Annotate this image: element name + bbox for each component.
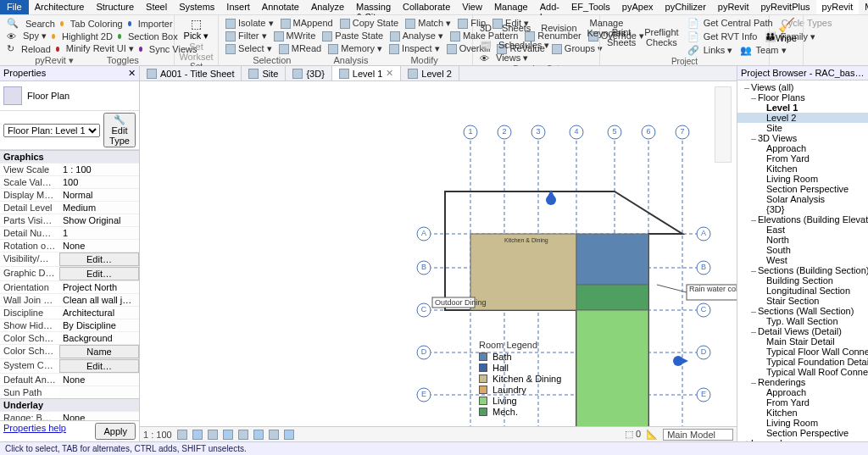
3d-btn[interactable]: 3D — [478, 22, 493, 34]
prop-row[interactable]: OrientationProject North — [0, 280, 139, 293]
sectionbox-btn[interactable]: Section Box — [126, 31, 180, 42]
workset-display[interactable]: Main Model — [663, 429, 733, 441]
group-underlay[interactable]: Underlay — [0, 398, 139, 411]
detail-icon[interactable] — [177, 430, 187, 440]
revision-btn[interactable]: Revision — [539, 22, 578, 34]
tree-node[interactable]: Typical Foundation Detail — [737, 357, 868, 367]
paste-state-btn[interactable]: Paste State — [320, 30, 385, 42]
match--btn[interactable]: Match ▾ — [403, 17, 453, 30]
preflight-btn[interactable]: Preflight Checks — [643, 26, 680, 48]
tree-node[interactable]: Solar Analysis — [737, 194, 868, 204]
menu-steel[interactable]: Steel — [140, 0, 173, 14]
props-help-link[interactable]: Properties help — [3, 423, 66, 440]
filter--btn[interactable]: Filter ▾ — [224, 30, 269, 42]
cropregion-icon[interactable] — [253, 430, 264, 440]
tree-node[interactable]: –Sections (Building Section) — [737, 265, 868, 275]
instance-select[interactable]: Floor Plan: Level 1 — [3, 124, 100, 137]
prop-row[interactable]: Sun Path — [0, 386, 139, 398]
tree-node[interactable]: Living Room — [737, 418, 868, 428]
prop-row[interactable]: Parts VisibilityShow Original — [0, 214, 139, 226]
tree-node[interactable]: Building Section — [737, 275, 868, 286]
tab-level-2[interactable]: Level 2 — [401, 66, 459, 80]
close-icon[interactable]: ✕ — [128, 68, 136, 79]
links-btn[interactable]: Links ▾ — [702, 44, 735, 56]
tree-node[interactable]: Level 1 — [737, 103, 868, 113]
tree-node[interactable]: –Views (all) — [737, 82, 868, 92]
sunpath-icon[interactable] — [208, 430, 218, 440]
importer-btn[interactable]: Importer — [136, 18, 175, 30]
prop-row[interactable]: Color Scheme LocationBackground — [0, 331, 139, 344]
menu-pyrevit[interactable]: pyRevit — [816, 0, 860, 14]
tree-node[interactable]: Section Perspective — [737, 184, 868, 194]
prop-row[interactable]: Scale Value 1:100 — [0, 175, 139, 188]
tree-node[interactable]: Section Perspective — [737, 428, 868, 438]
menu-modify[interactable]: Modify — [859, 0, 868, 14]
crop-icon[interactable] — [238, 430, 248, 440]
menu-insert[interactable]: Insert — [220, 0, 256, 14]
sheets-btn[interactable]: Sheets — [500, 22, 532, 34]
menu-pychilizer[interactable]: pyChilizer — [659, 0, 712, 14]
menu-annotate[interactable]: Annotate — [256, 0, 305, 14]
menu-manage[interactable]: Manage — [488, 0, 534, 14]
tab--3d-[interactable]: {3D} — [286, 66, 331, 80]
wipe-btn[interactable]: Wipe — [776, 33, 797, 43]
menu-view[interactable]: View — [456, 0, 488, 14]
prop-row[interactable]: Range: Base LevelNone — [0, 411, 139, 420]
prop-row[interactable]: Display ModelNormal — [0, 188, 139, 201]
tab-level-1[interactable]: Level 1✕ — [332, 66, 401, 80]
menu-add-ins[interactable]: Add-Ins — [534, 0, 565, 14]
close-tab-icon[interactable]: ✕ — [386, 68, 393, 79]
tree-node[interactable]: –Elevations (Building Elevation) — [737, 214, 868, 225]
inspect--btn[interactable]: Inspect ▾ — [387, 42, 442, 55]
tree-node[interactable]: {3D} — [737, 204, 868, 214]
tree-node[interactable]: –3D Views — [737, 133, 868, 143]
mread-btn[interactable]: MRead — [277, 42, 324, 55]
tree-node[interactable]: West — [737, 255, 868, 265]
tree-node[interactable]: Main Stair Detail — [737, 336, 868, 347]
select--btn[interactable]: Select ▾ — [224, 42, 274, 55]
tree-node[interactable]: Approach — [737, 143, 868, 153]
visual-style-icon[interactable] — [192, 430, 203, 440]
views-btn[interactable]: Views ▾ — [494, 52, 530, 64]
menu-collaborate[interactable]: Collaborate — [397, 0, 456, 14]
tree-node[interactable]: Kitchen — [737, 164, 868, 174]
menu-structure[interactable]: Structure — [90, 0, 140, 14]
minify-btn[interactable]: Minify Revit UI ▾ — [64, 42, 136, 55]
search-btn[interactable]: Search — [24, 18, 57, 30]
prop-row[interactable]: Detail LevelMedium — [0, 201, 139, 214]
prop-row[interactable]: Graphic Display OptionsEdit… — [0, 266, 139, 280]
apply-btn[interactable]: Apply — [95, 423, 136, 440]
tree-node[interactable]: Typ. Wall Section — [737, 316, 868, 326]
tree-node[interactable]: Site — [737, 123, 868, 133]
prop-row[interactable]: System Color SchemesEdit… — [0, 358, 139, 373]
prop-row[interactable]: Detail Number1 — [0, 226, 139, 239]
drawing-canvas[interactable]: 11223344556677 AABBCCDDEEFF Deck Outdoor… — [140, 81, 737, 426]
tab-a001-title-sheet[interactable]: A001 - Title Sheet — [140, 66, 242, 80]
memory--btn[interactable]: Memory ▾ — [326, 42, 384, 55]
shadows-icon[interactable] — [223, 430, 233, 440]
menu-file[interactable]: File — [0, 0, 29, 14]
prop-row[interactable]: Show Hidden LinesBy Discipline — [0, 319, 139, 331]
prop-row[interactable]: View Scale1 : 100 — [0, 163, 139, 175]
centralpath-btn[interactable]: Get Central Path — [702, 17, 775, 29]
prop-row[interactable]: Color SchemeName — [0, 344, 139, 358]
edit-type-btn[interactable]: 🔧 Edit Type — [103, 113, 136, 147]
tree-node[interactable]: North — [737, 235, 868, 245]
prop-row[interactable]: Rotation on SheetNone — [0, 239, 139, 252]
mwrite-btn[interactable]: MWrite — [272, 30, 318, 42]
tree-node[interactable]: Typical Wall Roof Connection — [737, 367, 868, 377]
tree-node[interactable]: Level 2 — [737, 113, 868, 123]
tree-node[interactable]: From Yard — [737, 397, 868, 408]
menu-pyapex[interactable]: pyApex — [616, 0, 659, 14]
schedules-btn[interactable]: Schedules ▾ — [497, 39, 551, 52]
rvtinfo-btn[interactable]: Get RVT Info — [702, 31, 760, 42]
tree-node[interactable]: East — [737, 225, 868, 235]
tree-node[interactable]: Approach — [737, 387, 868, 397]
menu-pyrevitplus[interactable]: pyRevitPlus — [755, 0, 816, 14]
view-control-bar[interactable]: 1 : 100 ⬚ 0📐 Main Model — [140, 426, 737, 441]
tree-node[interactable]: Longitudinal Section — [737, 286, 868, 296]
tabcolor-btn[interactable]: Tab Coloring — [69, 18, 125, 30]
printsheets-btn[interactable]: Print Sheets — [605, 26, 637, 48]
group-graphics[interactable]: Graphics — [0, 150, 139, 163]
tree-node[interactable]: Typical Floor Wall Connection — [737, 347, 868, 357]
